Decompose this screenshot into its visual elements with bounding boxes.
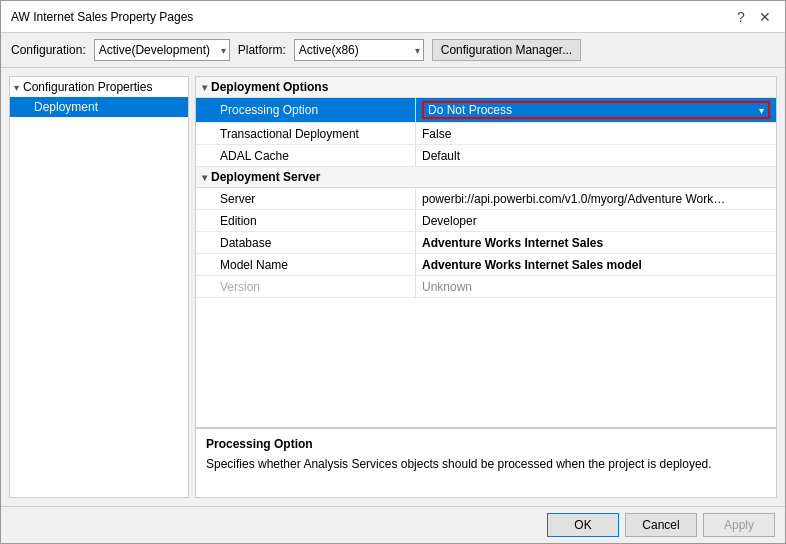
prop-row-version[interactable]: Version Unknown [196, 276, 776, 298]
prop-value-version: Unknown [416, 276, 776, 297]
section-deployment-options: ▾ Deployment Options [196, 77, 776, 98]
prop-value-adal: Default [416, 145, 776, 166]
config-label: Configuration: [11, 43, 86, 57]
tree-item-deployment[interactable]: Deployment [10, 97, 188, 117]
prop-name-processing-option: Processing Option [196, 98, 416, 122]
tree-item-config-properties[interactable]: ▾ Configuration Properties [10, 77, 188, 97]
processing-option-value: Do Not Process [428, 103, 512, 117]
dialog-window: AW Internet Sales Property Pages ? ✕ Con… [0, 0, 786, 544]
tree-item-label: Configuration Properties [23, 80, 152, 94]
config-select[interactable]: Active(Development) [94, 39, 230, 61]
toolbar: Configuration: Active(Development) Platf… [1, 33, 785, 68]
prop-name-edition: Edition [196, 210, 416, 231]
prop-row-server[interactable]: Server powerbi://api.powerbi.com/v1.0/my… [196, 188, 776, 210]
main-content: ▾ Configuration Properties Deployment ▾ … [1, 68, 785, 506]
window-title: AW Internet Sales Property Pages [11, 10, 193, 24]
prop-name-model-name: Model Name [196, 254, 416, 275]
section-deployment-server-label: Deployment Server [211, 170, 320, 184]
config-manager-button[interactable]: Configuration Manager... [432, 39, 581, 61]
description-title: Processing Option [206, 437, 766, 451]
prop-value-server: powerbi://api.powerbi.com/v1.0/myorg/Adv… [416, 188, 776, 209]
prop-row-transactional-deployment[interactable]: Transactional Deployment False [196, 123, 776, 145]
prop-name-database: Database [196, 232, 416, 253]
prop-name-server: Server [196, 188, 416, 209]
bottom-bar: OK Cancel Apply [1, 506, 785, 543]
section-server-chevron-icon: ▾ [202, 172, 207, 183]
prop-value-transactional: False [416, 123, 776, 144]
help-button[interactable]: ? [731, 7, 751, 27]
close-button[interactable]: ✕ [755, 7, 775, 27]
platform-label: Platform: [238, 43, 286, 57]
apply-button[interactable]: Apply [703, 513, 775, 537]
tree-item-deployment-label: Deployment [34, 100, 98, 114]
prop-name-adal: ADAL Cache [196, 145, 416, 166]
config-select-wrapper: Active(Development) [94, 39, 230, 61]
description-text: Specifies whether Analysis Services obje… [206, 455, 766, 473]
prop-value-database: Adventure Works Internet Sales [416, 232, 776, 253]
title-bar: AW Internet Sales Property Pages ? ✕ [1, 1, 785, 33]
platform-select-wrapper: Active(x86) [294, 39, 424, 61]
prop-row-model-name[interactable]: Model Name Adventure Works Internet Sale… [196, 254, 776, 276]
prop-value-processing-option: Do Not Process ▾ [416, 98, 776, 122]
tree-panel: ▾ Configuration Properties Deployment [9, 76, 189, 498]
section-deployment-server: ▾ Deployment Server [196, 167, 776, 188]
prop-row-processing-option[interactable]: Processing Option Do Not Process ▾ [196, 98, 776, 123]
chevron-icon: ▾ [14, 82, 19, 93]
processing-option-dropdown[interactable]: Do Not Process ▾ [422, 101, 770, 119]
prop-value-model-name: Adventure Works Internet Sales model [416, 254, 776, 275]
description-area: Processing Option Specifies whether Anal… [196, 427, 776, 497]
prop-row-adal-cache[interactable]: ADAL Cache Default [196, 145, 776, 167]
platform-select[interactable]: Active(x86) [294, 39, 424, 61]
section-chevron-icon: ▾ [202, 82, 207, 93]
prop-name-version: Version [196, 276, 416, 297]
cancel-button[interactable]: Cancel [625, 513, 697, 537]
title-bar-left: AW Internet Sales Property Pages [11, 10, 193, 24]
dropdown-arrow-icon: ▾ [759, 105, 764, 116]
prop-value-edition: Developer [416, 210, 776, 231]
props-table-area: ▾ Deployment Options Processing Option D… [196, 77, 776, 427]
section-deployment-options-label: Deployment Options [211, 80, 328, 94]
prop-name-transactional: Transactional Deployment [196, 123, 416, 144]
ok-button[interactable]: OK [547, 513, 619, 537]
title-bar-controls: ? ✕ [731, 7, 775, 27]
prop-row-database[interactable]: Database Adventure Works Internet Sales [196, 232, 776, 254]
props-panel: ▾ Deployment Options Processing Option D… [195, 76, 777, 498]
prop-row-edition[interactable]: Edition Developer [196, 210, 776, 232]
